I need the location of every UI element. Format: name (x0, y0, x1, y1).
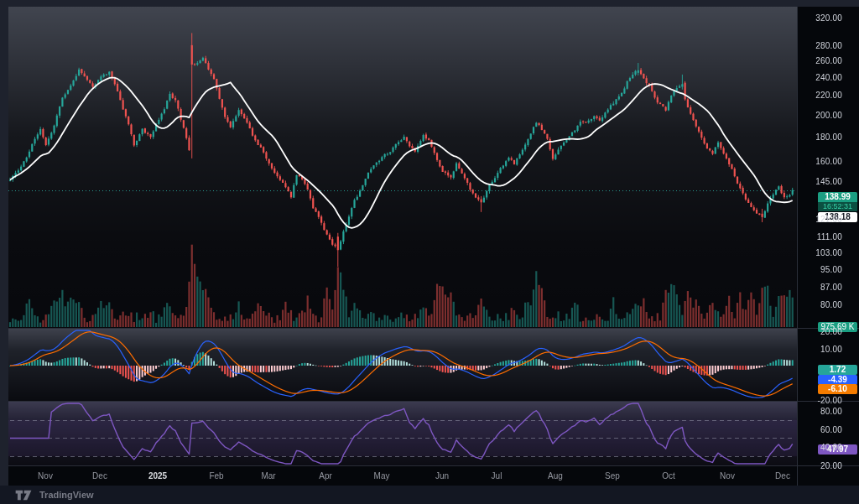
price-tick-label: 80.00 (820, 299, 842, 309)
price-tick-label: 121.00 (815, 214, 842, 223)
price-tick-label: 145.00 (815, 177, 842, 186)
time-axis-label: Sep (605, 471, 620, 481)
time-axis-label: May (374, 471, 390, 481)
time-axis-label: Nov (38, 471, 53, 481)
macd-signal-badge: -6.10 (818, 384, 857, 394)
bar-countdown: 16:52:31 (818, 202, 857, 211)
price-tick-label: 200.00 (815, 110, 842, 119)
last-price-badge: 138.99 16:52:31 (818, 192, 857, 211)
price-tick-label: 111.00 (817, 232, 842, 242)
price-tick-label: 260.00 (815, 56, 842, 65)
last-price-value: 138.99 (818, 192, 857, 202)
price-tick-label: 180.00 (815, 132, 842, 141)
price-tick-label: -20.00 (817, 396, 842, 405)
price-tick-label: 10.00 (820, 344, 842, 353)
price-tick-label: 80.00 (820, 407, 842, 416)
time-axis-label: Nov (720, 471, 735, 481)
tradingview-brand-label: TradingView (39, 490, 94, 500)
tradingview-chart-window: { "footer": { "brand": "TradingView" }, … (0, 0, 859, 504)
time-axis-label: Feb (209, 471, 223, 481)
time-scale[interactable]: NovDec2025FebMarAprMayJunJulAugSepOctNov… (0, 465, 859, 486)
price-tick-label: 87.00 (820, 283, 842, 292)
price-tick-label: 320.00 (815, 13, 842, 22)
time-axis-label: Dec (775, 471, 790, 481)
price-tick-label: 240.00 (815, 72, 842, 81)
macd-histogram-badge: 1.72 (818, 365, 857, 375)
time-axis-label: Jun (435, 471, 449, 481)
time-axis-label: Jul (492, 471, 502, 481)
time-axis-label: 2025 (148, 471, 167, 481)
price-tick-label: 280.00 (815, 40, 842, 49)
price-scale[interactable]: 138.99 16:52:31 138.18 975.69 K 1.72 -4.… (797, 7, 859, 486)
footer-bar: TradingView (0, 486, 859, 504)
price-tick-label: 95.00 (820, 264, 842, 273)
price-tick-label: 220.00 (815, 91, 842, 100)
time-axis-label: Dec (92, 471, 107, 481)
chart-canvas[interactable] (0, 0, 859, 504)
time-axis-label: Aug (548, 471, 563, 481)
price-tick-label: 60.00 (820, 424, 842, 434)
price-tick-label: 40.00 (820, 443, 842, 452)
price-tick-label: 103.00 (815, 247, 842, 257)
time-axis-label: Oct (662, 471, 675, 481)
time-axis-label: Mar (261, 471, 275, 481)
price-tick-label: 20.00 (820, 327, 842, 336)
price-tick-label: 160.00 (815, 156, 842, 165)
time-axis-label: Apr (319, 471, 332, 481)
tradingview-logo-icon (15, 490, 34, 501)
